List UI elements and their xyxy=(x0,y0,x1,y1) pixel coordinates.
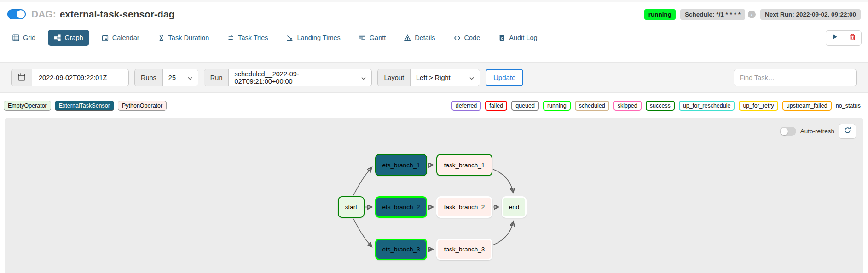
base-date-group xyxy=(11,69,129,86)
legend-status-success[interactable]: success xyxy=(646,101,675,111)
update-button[interactable]: Update xyxy=(486,69,523,86)
dag-edges xyxy=(5,118,863,273)
dag-prefix-label: DAG: xyxy=(31,9,56,20)
legend-status-no-status[interactable]: no_status xyxy=(836,102,861,109)
dag-action-buttons xyxy=(826,30,862,46)
task-node-ets-branch-2[interactable]: ets_branch_2 xyxy=(375,196,427,218)
layout-select-value: Left > Right xyxy=(416,74,451,81)
calendar-icon xyxy=(17,73,26,82)
legend-external-task-sensor[interactable]: ExternalTaskSensor xyxy=(55,101,114,111)
legend-status-skipped[interactable]: skipped xyxy=(613,101,642,111)
dag-title: external-task-sensor-dag xyxy=(60,9,175,20)
dag-graph-panel: start ets_branch_1 task_branch_1 ets_bra… xyxy=(5,118,863,273)
edge-start-ets1 xyxy=(353,168,371,195)
delete-dag-button[interactable] xyxy=(844,31,861,45)
tab-grid[interactable]: Grid xyxy=(6,30,41,46)
code-icon xyxy=(454,34,461,41)
calendar-button[interactable] xyxy=(12,69,32,86)
tab-calendar[interactable]: Calendar xyxy=(96,30,145,46)
tab-label: Audit Log xyxy=(509,34,537,41)
run-label: Run xyxy=(204,69,229,86)
task-node-task-branch-2[interactable]: task_branch_2 xyxy=(436,196,492,218)
tab-audit-log[interactable]: Audit Log xyxy=(492,30,543,46)
find-task-input[interactable] xyxy=(734,69,857,86)
refresh-button[interactable] xyxy=(839,124,856,139)
graph-icon xyxy=(54,34,61,41)
filter-bar: Runs 25 Run scheduled__2022-09-02T09:21:… xyxy=(0,62,868,93)
tab-landing-times[interactable]: Landing Times xyxy=(280,30,346,46)
legend-status-up-for-reschedule[interactable]: up_for_reschedule xyxy=(679,101,735,111)
legend-status-deferred[interactable]: deferred xyxy=(451,101,481,111)
runs-label: Runs xyxy=(135,69,163,86)
task-node-task-branch-3[interactable]: task_branch_3 xyxy=(436,239,492,260)
auto-refresh-label: Auto-refresh xyxy=(800,128,834,135)
task-node-task-branch-1[interactable]: task_branch_1 xyxy=(436,154,492,176)
task-node-ets-branch-3[interactable]: ets_branch_3 xyxy=(375,239,427,260)
repeat-icon xyxy=(227,34,234,41)
dag-pause-toggle[interactable] xyxy=(7,9,26,19)
auto-refresh-toggle[interactable] xyxy=(780,127,796,136)
refresh-icon xyxy=(844,126,851,136)
tab-gantt[interactable]: Gantt xyxy=(353,30,392,46)
num-runs-group: Runs 25 xyxy=(134,69,198,86)
edge-task3-end xyxy=(493,222,513,245)
chevron-down-icon xyxy=(361,74,366,81)
trigger-dag-button[interactable] xyxy=(826,31,844,45)
gantt-icon xyxy=(359,34,366,41)
tab-label: Code xyxy=(464,34,480,41)
legend-empty-operator[interactable]: EmptyOperator xyxy=(4,101,51,111)
tab-task-tries[interactable]: Task Tries xyxy=(221,30,274,46)
calendar-icon xyxy=(102,34,109,41)
legend-status-upstream-failed[interactable]: upstream_failed xyxy=(782,101,832,111)
next-run-badge: Next Run: 2022-09-02, 09:22:00 xyxy=(760,9,861,20)
dag-state-badge: running xyxy=(644,9,676,20)
legend-status-queued[interactable]: queued xyxy=(511,101,539,111)
edge-task1-end xyxy=(493,169,513,192)
audit-icon xyxy=(498,34,505,41)
tab-label: Calendar xyxy=(112,34,139,41)
grid-icon xyxy=(12,34,19,41)
legend-status-up-for-retry[interactable]: up_for_retry xyxy=(739,101,778,111)
trash-icon xyxy=(849,34,856,42)
details-icon xyxy=(404,34,411,41)
legend-row: EmptyOperator ExternalTaskSensor PythonO… xyxy=(0,93,868,118)
task-node-end[interactable]: end xyxy=(502,196,527,218)
play-icon xyxy=(832,34,838,42)
tab-label: Grid xyxy=(23,34,35,41)
task-node-ets-branch-1[interactable]: ets_branch_1 xyxy=(375,154,427,176)
toggle-knob xyxy=(781,128,788,135)
dag-header: DAG: external-task-sensor-dag running Sc… xyxy=(0,5,868,24)
status-legend: deferred failed queued running scheduled… xyxy=(451,101,861,111)
landing-icon xyxy=(286,34,293,41)
run-select-value: scheduled__2022-09-02T09:21:00+00:00 xyxy=(234,70,356,85)
find-task-wrap xyxy=(734,69,857,86)
layout-select[interactable]: Left > Right xyxy=(411,69,480,86)
tab-task-duration[interactable]: Task Duration xyxy=(152,30,215,46)
legend-status-failed[interactable]: failed xyxy=(485,101,507,111)
dag-run-group: Run scheduled__2022-09-02T09:21:00+00:00 xyxy=(204,69,372,86)
tab-graph[interactable]: Graph xyxy=(48,30,89,46)
layout-group: Layout Left > Right xyxy=(377,69,480,86)
tab-label: Graph xyxy=(64,34,83,41)
view-tabs-row: Grid Graph Calendar Task Duration Task T… xyxy=(6,28,862,47)
base-date-input[interactable] xyxy=(38,74,123,82)
auto-refresh-controls: Auto-refresh xyxy=(780,124,856,139)
tab-details[interactable]: Details xyxy=(398,30,441,46)
run-select[interactable]: scheduled__2022-09-02T09:21:00+00:00 xyxy=(229,69,371,86)
tab-label: Gantt xyxy=(370,34,386,41)
task-node-start[interactable]: start xyxy=(338,196,365,218)
legend-status-running[interactable]: running xyxy=(543,101,571,111)
tab-label: Task Tries xyxy=(238,34,268,41)
edge-start-ets3 xyxy=(353,219,371,246)
legend-python-operator[interactable]: PythonOperator xyxy=(118,101,167,111)
schedule-badge: Schedule: */1 * * * * xyxy=(680,9,745,20)
chevron-down-icon xyxy=(469,74,474,81)
tab-code[interactable]: Code xyxy=(448,30,486,46)
legend-status-scheduled[interactable]: scheduled xyxy=(575,101,609,111)
runs-select[interactable]: 25 xyxy=(163,69,198,86)
operator-legend: EmptyOperator ExternalTaskSensor PythonO… xyxy=(4,101,167,111)
tab-label: Landing Times xyxy=(297,34,340,41)
chevron-down-icon xyxy=(188,74,192,81)
info-icon[interactable]: i xyxy=(748,11,756,18)
tab-label: Task Duration xyxy=(168,34,209,41)
